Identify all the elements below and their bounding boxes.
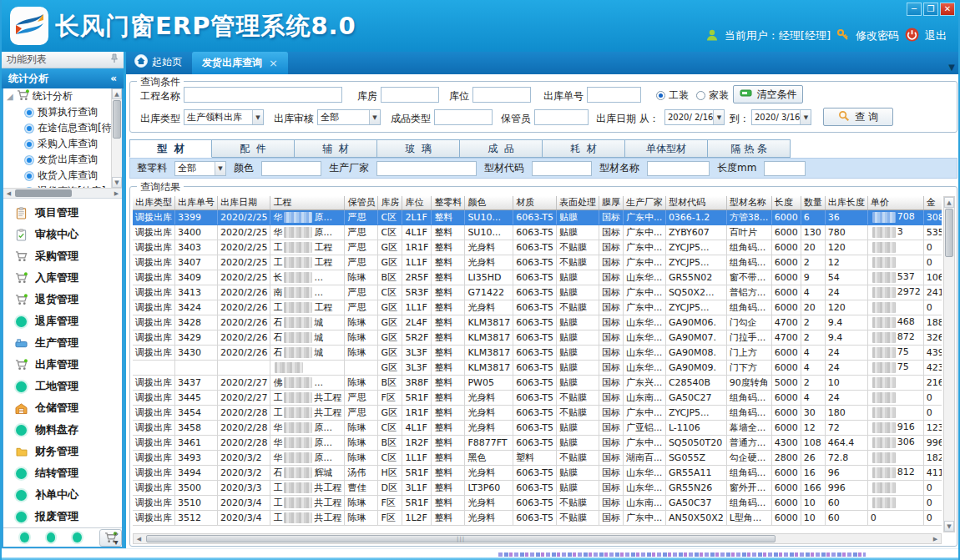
column-header[interactable]: 单价 — [867, 196, 923, 209]
collapse-icon[interactable]: « — [110, 73, 117, 84]
sidebar-item-8[interactable]: 工地管理 — [3, 376, 122, 397]
factory-input[interactable] — [376, 161, 477, 176]
sidebar-item-2[interactable]: 采购管理 — [3, 245, 122, 267]
table-row[interactable]: 调拨出库34242020/2/26工工程严思G区1L1F整料光身料6063-T5… — [133, 300, 942, 315]
column-header[interactable]: 颜色 — [465, 196, 513, 209]
radio-industrial[interactable]: 工装 — [656, 88, 689, 103]
change-password-link[interactable]: 修改密码 — [856, 28, 899, 43]
column-header[interactable]: 材质 — [513, 196, 557, 209]
sidebar-item-7[interactable]: 出库管理 — [3, 354, 122, 376]
profile-name-input[interactable] — [647, 161, 710, 176]
material-tab-4[interactable]: 成 品 — [460, 139, 543, 158]
sidebar-item-10[interactable]: 物料盘存 — [3, 419, 122, 441]
table-row[interactable]: 调拨出库33992020/2/25华原...严思C区2L1F整料SU10...6… — [133, 209, 942, 225]
tab-list-dropdown-icon[interactable]: ▼ — [948, 63, 955, 72]
pin-icon[interactable] — [110, 53, 119, 66]
tree-expander-icon[interactable]: ◢ — [7, 92, 13, 101]
tree-item-0[interactable]: 预算执行查询 — [3, 104, 111, 120]
material-tab-5[interactable]: 耗 材 — [543, 139, 625, 158]
keeper-input[interactable] — [534, 109, 589, 125]
sidebar-item-4[interactable]: 退货管理 — [3, 289, 122, 310]
length-input[interactable] — [764, 161, 806, 176]
tab-home[interactable]: 起始页 — [126, 54, 192, 74]
material-tab-0[interactable]: 型 材 — [129, 139, 212, 158]
table-row[interactable]: 调拨出库34582020/2/28华原...陈琳C区4L1F整料光身料6063-… — [133, 420, 942, 435]
table-row[interactable]: 调拨出库34092020/2/25长...陈琳B区2R5F整料LI35HD606… — [133, 270, 942, 285]
section-header[interactable]: 统计分析 « — [2, 68, 124, 88]
sidebar-item-12[interactable]: 结转管理 — [3, 462, 122, 484]
date-from-select[interactable]: 2020/ 2/16▼ — [664, 109, 725, 125]
material-tab-6[interactable]: 单体型材 — [625, 139, 708, 158]
material-tab-1[interactable]: 配 件 — [212, 139, 295, 158]
chevron-down-icon[interactable]: ▼ — [215, 162, 225, 175]
logout-link[interactable]: 退出 — [925, 28, 947, 43]
warehouse-input[interactable] — [381, 87, 439, 103]
table-row[interactable]: 调拨出库35122020/3/4工共工程陈琳F区1L2F整料光身料6063-T5… — [133, 510, 942, 525]
tree-item-4[interactable]: 收货入库查询 — [3, 168, 111, 184]
minimize-button[interactable]: ─ — [907, 3, 922, 16]
scroll-right-icon[interactable]: ▶ — [111, 189, 122, 198]
table-row[interactable]: 调拨出库34932020/3/2华原...陈琳C区1L1F整料黑色塑料不贴膜国标… — [133, 450, 942, 465]
scroll-up-icon[interactable]: ▲ — [112, 88, 122, 99]
table-row[interactable]: G区3L3F整料KLM38176063-T5贴膜国标山东华...GA90M09.… — [133, 360, 942, 375]
nav-dot-icon[interactable] — [73, 532, 82, 542]
tree-item-1[interactable]: 在途信息查询[待 — [3, 120, 111, 136]
chevron-down-icon[interactable]: ▼ — [713, 110, 724, 124]
chevron-down-icon[interactable]: ▼ — [800, 110, 811, 124]
project-name-input[interactable] — [184, 87, 342, 103]
whole-part-select[interactable]: 全部▼ — [174, 161, 226, 176]
table-row[interactable]: 调拨出库34302020/2/26石城陈琳G区3L3F整料KLM38176063… — [133, 345, 942, 360]
nav-dot-icon[interactable] — [47, 532, 56, 542]
column-header[interactable]: 出库类型 — [133, 196, 175, 209]
table-row[interactable]: 调拨出库34282020/2/26石城陈琳G区2L4F整料KLM38176063… — [133, 315, 942, 330]
scroll-left-icon[interactable]: ◀ — [134, 534, 144, 543]
column-header[interactable]: 库位 — [402, 196, 432, 209]
column-header[interactable]: 出库单号 — [175, 196, 218, 209]
scrollbar-thumb[interactable] — [113, 100, 121, 139]
product-type-input[interactable] — [434, 109, 493, 125]
table-row[interactable]: 调拨出库34372020/2/27佛...陈琳B区3R8F整料PW056063-… — [133, 375, 942, 390]
sidebar-item-9[interactable]: 仓储管理 — [3, 397, 122, 419]
table-row[interactable]: 调拨出库34942020/3/2石辉城汤伟H区5R1F整料光身料6063-T5贴… — [133, 465, 942, 480]
column-header[interactable]: 整零料 — [432, 196, 465, 209]
table-row[interactable]: 调拨出库34002020/2/25华原...严思C区4L1F整料SU10...6… — [133, 225, 942, 240]
column-header[interactable]: 库房 — [378, 196, 402, 209]
column-header[interactable]: 型材代码 — [665, 196, 726, 209]
column-header[interactable]: 型材名称 — [726, 196, 771, 209]
audit-select[interactable]: 全部▼ — [317, 109, 381, 125]
outbound-type-select[interactable]: 生产领料出库▼ — [184, 109, 264, 125]
location-input[interactable] — [472, 87, 531, 103]
tree-horizontal-scrollbar[interactable]: ◀ ▶ — [3, 188, 122, 198]
sidebar-item-13[interactable]: 补单中心 — [3, 484, 122, 506]
column-header[interactable]: 保管员 — [345, 196, 378, 209]
column-header[interactable]: 工程 — [270, 196, 345, 209]
material-tab-7[interactable]: 隔 热 条 — [708, 139, 791, 158]
column-header[interactable]: 出库长度 — [825, 196, 867, 209]
radio-home[interactable]: 家装 — [696, 88, 729, 103]
search-button[interactable]: 查 询 — [823, 108, 893, 126]
table-row[interactable]: 调拨出库34452020/2/27工共工程严思F区5R1F整料光身料6063-T… — [133, 390, 942, 405]
expand-icon[interactable]: »▾ — [114, 530, 119, 547]
column-header[interactable]: 数量 — [801, 196, 825, 209]
column-header[interactable]: 生产厂家 — [623, 196, 665, 209]
maximize-button[interactable]: ❐ — [923, 3, 938, 16]
order-no-input[interactable] — [587, 87, 641, 103]
scroll-left-icon[interactable]: ◀ — [3, 189, 14, 198]
sidebar-item-1[interactable]: 审核中心 — [3, 224, 122, 245]
scroll-right-icon[interactable]: ▶ — [930, 534, 941, 543]
column-header[interactable]: 长度 — [771, 196, 801, 209]
tree-item-2[interactable]: 采购入库查询 — [3, 136, 111, 152]
close-tab-icon[interactable]: × — [269, 57, 278, 69]
sidebar-item-6[interactable]: 生产管理 — [3, 332, 122, 354]
tree-item-3[interactable]: 发货出库查询 — [3, 152, 111, 168]
scroll-down-icon[interactable]: ▼ — [112, 177, 122, 188]
scrollbar-thumb[interactable] — [945, 209, 953, 257]
color-input[interactable] — [261, 161, 321, 176]
column-header[interactable]: 膜厚 — [599, 196, 623, 209]
table-row[interactable]: 调拨出库34032020/2/25工工程严思G区1R1F整料光身料6063-T5… — [133, 240, 942, 255]
scroll-down-icon[interactable]: ▼ — [944, 521, 954, 532]
chevron-down-icon[interactable]: ▼ — [369, 110, 380, 124]
tab-shipping-outbound-query[interactable]: 发货出库查询 × — [192, 52, 288, 74]
table-row[interactable]: 调拨出库34132020/2/26南...严思C区5R3F整料G71422606… — [133, 285, 942, 300]
material-tab-3[interactable]: 玻 璃 — [377, 139, 460, 158]
